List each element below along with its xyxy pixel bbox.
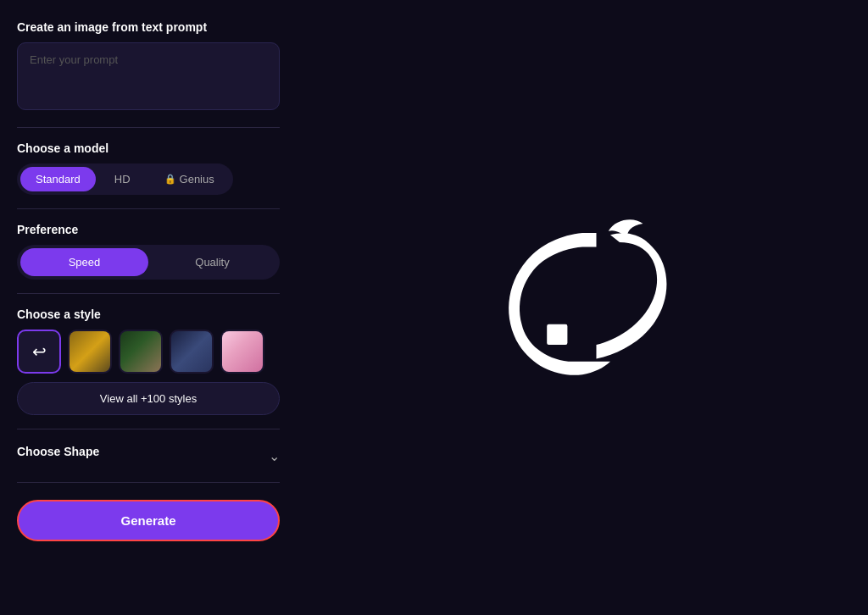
style-warrior-img	[171, 331, 212, 372]
model-button-group: Standard HD 🔒 Genius	[17, 163, 233, 195]
lock-icon: 🔒	[164, 174, 176, 185]
generate-button[interactable]: Generate	[17, 500, 280, 541]
model-genius-button[interactable]: 🔒 Genius	[149, 167, 230, 191]
style-forest-img	[120, 331, 161, 372]
logo-container	[455, 180, 709, 435]
style-warrior-button[interactable]	[170, 330, 214, 374]
right-panel	[297, 0, 868, 615]
divider-3	[17, 293, 280, 294]
choose-shape-section[interactable]: Choose Shape ⌄	[17, 443, 280, 468]
divider-1	[17, 127, 280, 128]
style-thumbnail-row: ↩	[17, 330, 280, 374]
divider-2	[17, 208, 280, 209]
preference-quality-button[interactable]: Quality	[148, 248, 276, 276]
preference-section: Preference Speed Quality	[17, 223, 280, 280]
divider-5	[17, 482, 280, 483]
divider-4	[17, 429, 280, 429]
model-hd-button[interactable]: HD	[99, 167, 146, 191]
style-anime-button[interactable]	[220, 330, 264, 374]
view-all-styles-button[interactable]: View all +100 styles	[17, 382, 280, 415]
svg-rect-0	[547, 324, 567, 345]
left-panel: Create an image from text prompt Choose …	[0, 0, 297, 615]
style-label: Choose a style	[17, 308, 280, 321]
choose-shape-label: Choose Shape	[17, 445, 99, 458]
app-logo	[489, 214, 676, 401]
style-section: Choose a style ↩ View all +100 styles	[17, 308, 280, 415]
style-forest-button[interactable]	[119, 330, 163, 374]
model-label: Choose a model	[17, 141, 280, 155]
create-title: Create an image from text prompt	[17, 20, 280, 34]
model-section: Choose a model Standard HD 🔒 Genius	[17, 141, 280, 195]
style-panda-button[interactable]	[68, 330, 112, 374]
style-reset-button[interactable]: ↩	[17, 330, 61, 374]
preference-label: Preference	[17, 223, 280, 236]
create-section: Create an image from text prompt	[17, 20, 280, 114]
preference-speed-button[interactable]: Speed	[20, 248, 148, 276]
prompt-input[interactable]	[17, 42, 280, 110]
chevron-down-icon: ⌄	[269, 448, 280, 464]
style-anime-img	[222, 331, 263, 372]
preference-button-group: Speed Quality	[17, 245, 280, 280]
model-standard-button[interactable]: Standard	[20, 167, 96, 191]
style-panda-img	[70, 331, 110, 372]
